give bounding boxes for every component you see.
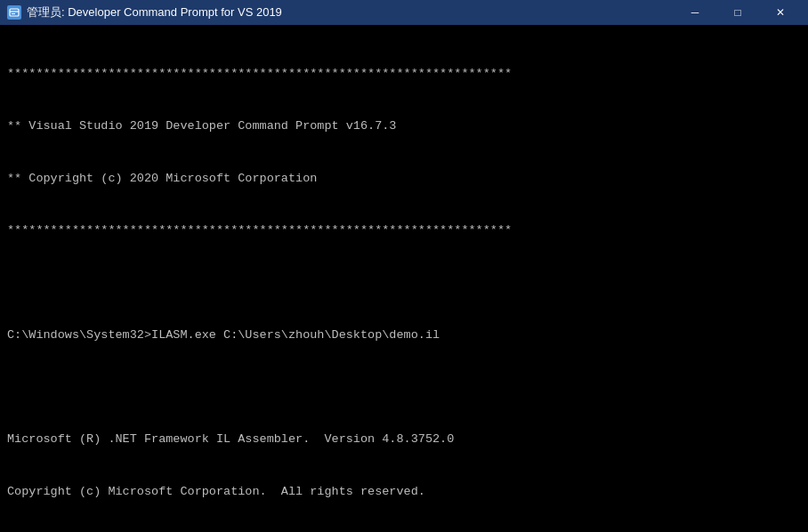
console-line-5: C:\Windows\System32>ILASM.exe C:\Users\z… <box>7 326 801 344</box>
console-line-1: ** Visual Studio 2019 Developer Command … <box>7 117 801 135</box>
console-line-2: ** Copyright (c) 2020 Microsoft Corporat… <box>7 170 801 188</box>
title-bar: 管理员: Developer Command Prompt for VS 201… <box>0 0 808 25</box>
console-line-8: Copyright (c) Microsoft Corporation. All… <box>7 483 801 501</box>
console-body: ****************************************… <box>0 25 808 532</box>
console-line-3: ****************************************… <box>7 222 801 239</box>
minimize-button[interactable]: ─ <box>675 4 715 21</box>
title-bar-controls: ─ □ ✕ <box>675 4 801 21</box>
title-bar-icon <box>7 5 21 20</box>
console-line-7: Microsoft (R) .NET Framework IL Assemble… <box>7 431 801 448</box>
maximize-button[interactable]: □ <box>717 4 758 21</box>
title-bar-text: 管理员: Developer Command Prompt for VS 201… <box>27 4 669 20</box>
close-button[interactable]: ✕ <box>760 4 801 21</box>
console-line-0: ****************************************… <box>7 65 801 83</box>
svg-rect-0 <box>10 9 19 16</box>
